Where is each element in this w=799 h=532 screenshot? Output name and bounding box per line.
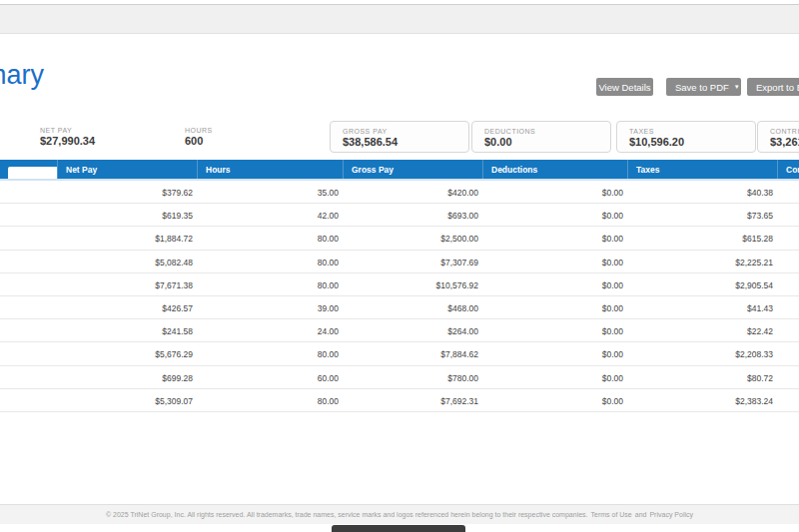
cell-gross-pay: $264.00 [343, 319, 482, 341]
cell-employee [0, 389, 57, 411]
cell-net-pay: $5,676.29 [57, 342, 197, 364]
cell-employee [0, 366, 57, 388]
chevron-down-icon: ▼ [734, 84, 740, 90]
save-to-pdf-button[interactable]: Save to PDF ▼ [666, 78, 741, 96]
cell-taxes: $615.28 [627, 227, 777, 249]
table-row[interactable]: $699.28 60.00 $780.00 $0.00 $80.72 [0, 366, 799, 389]
employee-column-header [0, 160, 57, 179]
table-row[interactable]: $241.58 24.00 $264.00 $0.00 $22.42 [0, 319, 799, 342]
cell-contributions [777, 342, 799, 364]
privacy-policy-link[interactable]: Privacy Policy [649, 511, 693, 518]
cell-deductions: $0.00 [482, 296, 627, 318]
cell-gross-pay: $693.00 [343, 204, 482, 226]
cell-employee [0, 181, 57, 203]
summary-gross-pay-label: GROSS PAY [331, 122, 468, 136]
cell-taxes: $80.72 [627, 366, 777, 388]
cell-deductions: $0.00 [482, 389, 627, 411]
cell-net-pay: $379.62 [57, 181, 197, 203]
employee-filter-input[interactable] [8, 167, 57, 179]
summary-deductions-card: DEDUCTIONS $0.00 [471, 121, 611, 153]
cell-hours: 60.00 [197, 366, 343, 388]
table-row[interactable]: $5,082.48 80.00 $7,307.69 $0.00 $2,225.2… [0, 251, 799, 273]
cell-hours: 80.00 [197, 251, 343, 272]
summary-deductions-value: $0.00 [472, 136, 610, 148]
cell-employee [0, 204, 57, 226]
cell-gross-pay: $7,692.31 [343, 389, 482, 411]
cell-employee [0, 273, 57, 295]
cell-deductions: $0.00 [482, 204, 627, 226]
cell-gross-pay: $2,500.00 [343, 227, 482, 249]
cell-hours: 42.00 [197, 204, 343, 226]
table-header-row: Net Pay Hours Gross Pay Deductions Taxes… [0, 160, 799, 179]
cell-net-pay: $5,309.07 [57, 389, 197, 411]
gross-pay-column-header[interactable]: Gross Pay [343, 160, 482, 179]
cell-deductions: $0.00 [482, 227, 627, 249]
summary-net-pay-label: NET PAY [40, 121, 95, 135]
cell-net-pay: $241.58 [57, 319, 197, 341]
table-row[interactable]: $426.57 39.00 $468.00 $0.00 $41.43 [0, 296, 799, 319]
cell-contributions [777, 366, 799, 388]
summary-contributions-label: CONTRIBUTIONS [758, 122, 799, 136]
bottom-dark-bar [332, 525, 465, 532]
cell-employee [0, 296, 57, 318]
export-to-excel-button[interactable]: Export to Excel [747, 78, 799, 96]
footer: © 2025 TriNet Group, Inc. All rights res… [0, 504, 799, 524]
cell-contributions [777, 319, 799, 341]
cell-hours: 80.00 [197, 273, 343, 295]
cell-employee [0, 251, 57, 272]
table-row[interactable]: $619.35 42.00 $693.00 $0.00 $73.65 [0, 204, 799, 227]
hours-column-header[interactable]: Hours [197, 160, 343, 179]
table-row[interactable]: $1,884.72 80.00 $2,500.00 $0.00 $615.28 [0, 227, 799, 250]
summary-net-pay: NET PAY $27,990.34 [40, 121, 95, 153]
table-row[interactable]: $5,676.29 80.00 $7,884.62 $0.00 $2,208.3… [0, 342, 799, 365]
net-pay-column-header[interactable]: Net Pay [57, 160, 197, 179]
cell-net-pay: $1,884.72 [57, 227, 197, 249]
table-row[interactable]: $5,309.07 80.00 $7,692.31 $0.00 $2,383.2… [0, 389, 799, 412]
cell-contributions [777, 204, 799, 226]
view-details-label: View Details [598, 82, 650, 93]
cell-deductions: $0.00 [482, 366, 627, 388]
top-band [0, 4, 799, 34]
save-to-pdf-label: Save to PDF [675, 82, 729, 93]
summary-hours: HOURS 600 [185, 121, 213, 153]
cell-taxes: $2,208.33 [627, 342, 777, 364]
contributions-column-header[interactable]: Contributions [777, 160, 799, 179]
cell-taxes: $73.65 [627, 204, 777, 226]
summary-gross-pay-value: $38,586.54 [331, 136, 468, 148]
cell-contributions [777, 251, 799, 272]
cell-net-pay: $426.57 [57, 296, 197, 318]
summary-contributions-card: CONTRIBUTIONS $3,261.5 [757, 121, 799, 153]
cell-hours: 24.00 [197, 319, 343, 341]
summary-taxes-card: TAXES $10,596.20 [616, 121, 756, 153]
cell-employee [0, 319, 57, 341]
footer-legal-text: © 2025 TriNet Group, Inc. All rights res… [106, 511, 588, 518]
summary-deductions-label: DEDUCTIONS [472, 122, 610, 136]
cell-taxes: $40.38 [627, 181, 777, 203]
terms-of-use-link[interactable]: Terms of Use [591, 511, 632, 518]
cell-contributions [777, 389, 799, 411]
cell-contributions [777, 181, 799, 203]
deductions-column-header[interactable]: Deductions [482, 160, 627, 179]
footer-conjunction: and [635, 511, 647, 518]
cell-hours: 80.00 [197, 342, 343, 364]
cell-gross-pay: $468.00 [343, 296, 482, 318]
table-row[interactable]: $379.62 35.00 $420.00 $0.00 $40.38 [0, 181, 799, 204]
cell-deductions: $0.00 [482, 251, 627, 272]
cell-net-pay: $699.28 [57, 366, 197, 388]
table-row[interactable]: $7,671.38 80.00 $10,576.92 $0.00 $2,905.… [0, 273, 799, 296]
cell-deductions: $0.00 [482, 342, 627, 364]
cell-hours: 80.00 [197, 227, 343, 249]
cell-hours: 39.00 [197, 296, 343, 318]
cell-deductions: $0.00 [482, 273, 627, 295]
cell-contributions [777, 273, 799, 295]
cell-deductions: $0.00 [482, 181, 627, 203]
view-details-button[interactable]: View Details [596, 78, 653, 96]
export-label: Export to Excel [756, 82, 799, 93]
cell-contributions [777, 296, 799, 318]
summary-net-pay-value: $27,990.34 [40, 135, 95, 147]
taxes-column-header[interactable]: Taxes [627, 160, 777, 179]
cell-taxes: $22.42 [627, 319, 777, 341]
cell-net-pay: $5,082.48 [57, 251, 197, 272]
cell-gross-pay: $780.00 [343, 366, 482, 388]
page-title: Payroll Summary [0, 60, 47, 94]
